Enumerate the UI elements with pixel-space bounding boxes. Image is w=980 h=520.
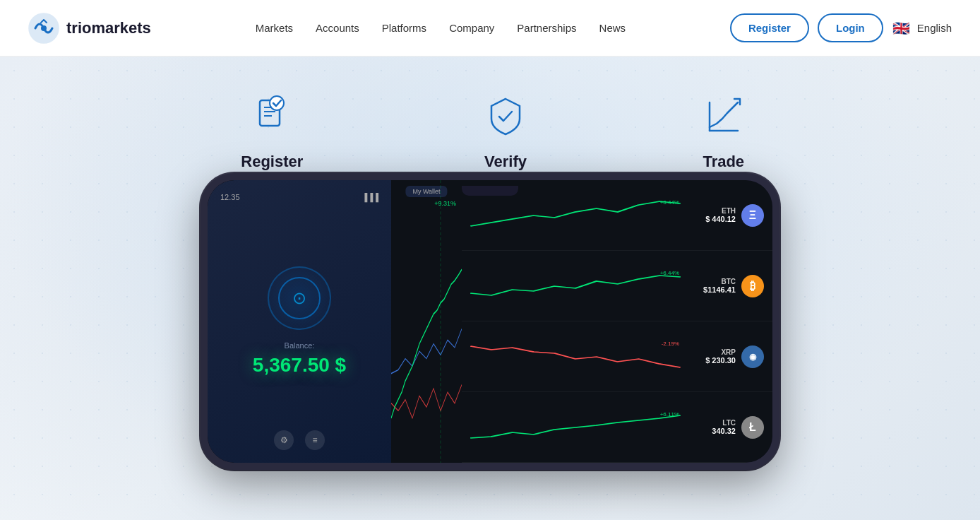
step-register-title: Register	[241, 153, 303, 171]
btc-price: $1146.41	[686, 285, 736, 294]
logo-icon	[28, 13, 59, 44]
flag-icon: 🇬🇧	[892, 21, 912, 35]
phone-bottom-buttons	[412, 466, 568, 470]
crypto-item-ltc: +6.11% LTC 340.32 Ł	[462, 392, 772, 463]
crypto-item-eth: +6.44% ETH $ 440.12 Ξ	[462, 180, 772, 251]
ltc-price: 340.32	[686, 427, 736, 435]
main-chart-svg	[391, 180, 462, 463]
phone-screen: 12.35 ▐▐▐ ⊙ Balance: 5,367.50 $ ⚙ ≡	[208, 180, 772, 463]
trade-icon	[699, 92, 748, 141]
ltc-icon: Ł	[741, 416, 764, 439]
steps-row: Register Create your account Verify Vali…	[0, 57, 980, 187]
volume-down-button	[201, 310, 205, 342]
logo[interactable]: triomarkets	[28, 13, 151, 44]
step-verify-title: Verify	[484, 153, 527, 171]
eth-info: ETH $ 440.12	[686, 207, 736, 223]
verify-icon	[481, 92, 530, 141]
nav-platforms[interactable]: Platforms	[382, 22, 426, 34]
eth-price: $ 440.12	[686, 215, 736, 223]
crypto-item-xrp: -2.19% XRP $ 230.30 ◉	[462, 321, 772, 392]
eth-icon: Ξ	[741, 204, 764, 227]
step-trade-title: Trade	[703, 153, 744, 171]
ltc-mini-chart: +6.11%	[470, 410, 681, 445]
menu-icon: ≡	[305, 430, 325, 450]
ltc-info: LTC 340.32	[686, 419, 736, 435]
status-icons: ▐▐▐	[362, 193, 378, 201]
settings-icon: ⚙	[274, 430, 294, 450]
nav-company[interactable]: Company	[449, 22, 494, 34]
btc-info: BTC $1146.41	[686, 278, 736, 294]
wallet-circle: ⊙	[268, 266, 331, 330]
ltc-symbol: LTC	[686, 419, 736, 427]
nav-news[interactable]: News	[599, 22, 626, 34]
back-button	[525, 466, 568, 470]
xrp-icon: ◉	[741, 345, 764, 368]
wallet-inner-circle: ⊙	[278, 277, 321, 319]
hero-section: Register Create your account Verify Vali…	[0, 57, 980, 520]
xrp-price: $ 230.30	[686, 356, 736, 365]
recent-button	[469, 466, 511, 470]
power-button	[775, 293, 779, 329]
svg-point-1	[41, 25, 47, 31]
xrp-symbol: XRP	[686, 348, 736, 356]
header-actions: Register Login 🇬🇧 English	[730, 13, 952, 42]
wallet-bottom-actions: ⚙ ≡	[274, 430, 325, 450]
eth-symbol: ETH	[686, 207, 736, 215]
balance-label: Balance:	[285, 341, 315, 350]
btc-icon: ₿	[741, 275, 764, 297]
signal-icon: ▐▐▐	[362, 193, 378, 201]
xrp-mini-chart: -2.19%	[470, 339, 681, 374]
btc-symbol: BTC	[686, 278, 736, 285]
register-icon	[247, 92, 297, 141]
volume-up-button	[201, 265, 205, 286]
main-nav: Markets Accounts Platforms Company Partn…	[256, 22, 626, 34]
phone-time: 12.35	[220, 193, 240, 201]
register-button[interactable]: Register	[730, 13, 809, 42]
wallet-panel: 12.35 ▐▐▐ ⊙ Balance: 5,367.50 $ ⚙ ≡	[208, 180, 391, 463]
home-button	[412, 466, 455, 470]
login-button[interactable]: Login	[818, 13, 883, 42]
eth-mini-chart: +6.44%	[470, 198, 681, 233]
language-selector[interactable]: 🇬🇧 English	[892, 21, 952, 35]
crypto-list: +6.44% ETH $ 440.12 Ξ	[462, 180, 772, 463]
phone-container: 12.35 ▐▐▐ ⊙ Balance: 5,367.50 $ ⚙ ≡	[0, 173, 980, 470]
crypto-item-btc: +6.44% BTC $1146.41 ₿	[462, 251, 772, 321]
svg-point-6	[270, 96, 284, 110]
btc-mini-chart: +6.44%	[470, 268, 681, 304]
nav-accounts[interactable]: Accounts	[316, 22, 359, 34]
chart-panel: My Wallet +9.31%	[391, 180, 462, 463]
language-label: English	[917, 22, 952, 34]
nav-partnerships[interactable]: Partnerships	[517, 22, 576, 34]
nav-markets[interactable]: Markets	[256, 22, 293, 34]
balance-amount: 5,367.50 $	[253, 354, 346, 377]
xrp-info: XRP $ 230.30	[686, 348, 736, 365]
header: triomarkets Markets Accounts Platforms C…	[0, 0, 980, 57]
phone-mockup: 12.35 ▐▐▐ ⊙ Balance: 5,367.50 $ ⚙ ≡	[201, 173, 779, 470]
logo-text: triomarkets	[66, 19, 151, 37]
